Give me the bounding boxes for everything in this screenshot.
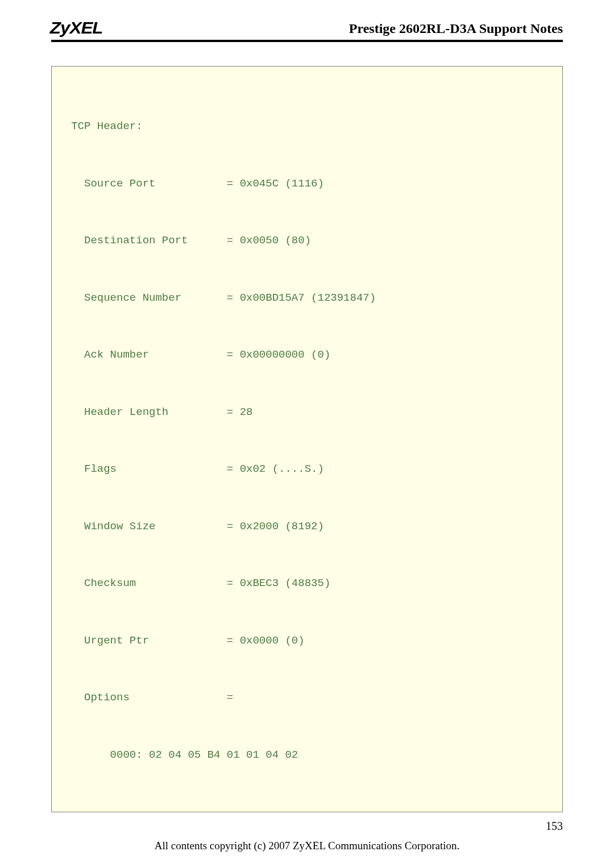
code-line: Header Length = 28 [52,403,562,422]
code-line: Options = [52,688,562,708]
code-line: TCP Header: [52,117,562,136]
code-line: Ack Number = 0x00000000 (0) [52,346,562,365]
code-line: 0000: 02 04 05 B4 01 01 04 02 [52,746,562,765]
code-line: Flags = 0x02 (....S.) [52,460,562,479]
code-listing-box: TCP Header: Source Port = 0x045C (1116) … [51,66,563,812]
code-line: Urgent Ptr = 0x0000 (0) [52,632,562,651]
brand-logo: ZyXEL [50,18,103,38]
page-number: 153 [546,820,563,833]
copyright-footer: All contents copyright (c) 2007 ZyXEL Co… [0,840,614,852]
code-line: Source Port = 0x045C (1116) [52,175,562,194]
code-line: Destination Port = 0x0050 (80) [52,231,562,251]
page-header: ZyXEL Prestige 2602RL-D3A Support Notes [51,18,563,42]
code-line: Sequence Number = 0x00BD15A7 (12391847) [52,289,562,308]
code-line: Checksum = 0xBEC3 (48835) [52,574,562,593]
manual-title: Prestige 2602RL-D3A Support Notes [349,21,563,38]
code-line: Window Size = 0x2000 (8192) [52,517,562,537]
